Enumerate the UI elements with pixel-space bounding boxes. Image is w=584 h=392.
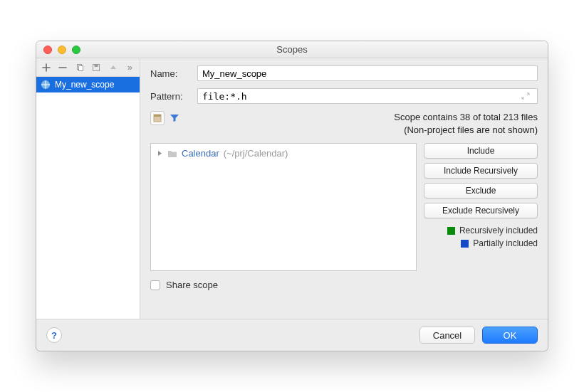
titlebar: Scopes: [36, 41, 548, 58]
legend: Recursively included Partially included: [424, 226, 538, 248]
main-panel: Name: My_new_scope Pattern: file:*.h: [140, 58, 548, 319]
file-tree[interactable]: Calendar (~/prj/Calendar): [150, 143, 417, 271]
legend-recursively: Recursively included: [424, 226, 538, 235]
include-recursively-button[interactable]: Include Recursively: [424, 163, 538, 179]
pattern-label: Pattern:: [150, 91, 190, 102]
more-actions-button[interactable]: »: [125, 62, 136, 73]
share-scope-row: Share scope: [150, 278, 538, 293]
scope-list[interactable]: My_new_scope: [36, 77, 140, 319]
pattern-input[interactable]: file:*.h: [197, 88, 538, 104]
scope-stats: Scope contains 38 of total 213 files (No…: [394, 111, 538, 136]
pattern-row: Pattern: file:*.h: [150, 88, 538, 104]
window-controls: [36, 46, 80, 54]
ok-button[interactable]: OK: [482, 327, 538, 344]
sidebar: » My_new_scope: [36, 58, 140, 319]
exclude-recursively-button[interactable]: Exclude Recursively: [424, 203, 538, 218]
svg-rect-6: [154, 115, 161, 117]
add-scope-button[interactable]: [41, 62, 52, 73]
legend-swatch-recursively: [447, 227, 455, 235]
tree-toolbar-row: Scope contains 38 of total 213 files (No…: [150, 111, 538, 136]
move-up-button[interactable]: [108, 62, 119, 73]
legend-partially: Partially included: [424, 238, 538, 248]
include-button[interactable]: Include: [424, 143, 538, 159]
exclude-button[interactable]: Exclude: [424, 183, 538, 198]
cancel-button[interactable]: Cancel: [419, 327, 475, 344]
scope-list-item-label: My_new_scope: [55, 80, 114, 90]
content-row: Calendar (~/prj/Calendar) Include Includ…: [150, 143, 538, 271]
zoom-icon[interactable]: [72, 46, 80, 54]
disclosure-triangle-icon[interactable]: [157, 150, 163, 157]
save-scope-button[interactable]: [91, 62, 103, 73]
scope-list-item[interactable]: My_new_scope: [36, 77, 140, 92]
remove-scope-button[interactable]: [58, 62, 69, 73]
scope-action-buttons: Include Include Recursively Exclude Excl…: [424, 143, 538, 271]
tree-row[interactable]: Calendar (~/prj/Calendar): [157, 148, 410, 159]
help-button[interactable]: ?: [46, 327, 62, 343]
svg-rect-1: [78, 65, 83, 70]
sidebar-toolbar: »: [36, 58, 140, 77]
stats-line-2: (Non-project files are not shown): [394, 124, 538, 137]
name-input[interactable]: My_new_scope: [197, 65, 538, 81]
legend-swatch-partially: [461, 240, 469, 248]
stats-line-1: Scope contains 38 of total 213 files: [394, 111, 538, 124]
folder-icon: [167, 149, 177, 158]
name-row: Name: My_new_scope: [150, 65, 538, 81]
tree-item-path: (~/prj/Calendar): [224, 148, 288, 159]
svg-rect-3: [95, 64, 98, 67]
tree-view-toggle[interactable]: [150, 111, 165, 125]
tree-item-name: Calendar: [182, 148, 219, 159]
share-scope-label: Share scope: [166, 280, 218, 290]
filter-icon[interactable]: [169, 112, 180, 124]
share-scope-checkbox[interactable]: [150, 280, 160, 290]
name-label: Name:: [150, 68, 190, 79]
minimize-icon[interactable]: [58, 46, 66, 54]
dialog-footer: ? Cancel OK: [36, 319, 548, 351]
copy-scope-button[interactable]: [74, 62, 85, 73]
expand-pattern-icon[interactable]: [518, 92, 533, 100]
close-icon[interactable]: [43, 46, 52, 54]
window-title: Scopes: [36, 44, 548, 55]
scope-icon: [41, 80, 51, 90]
dialog-body: » My_new_scope Name: My_new_scope: [36, 58, 548, 319]
dialog-window: Scopes »: [36, 41, 548, 351]
